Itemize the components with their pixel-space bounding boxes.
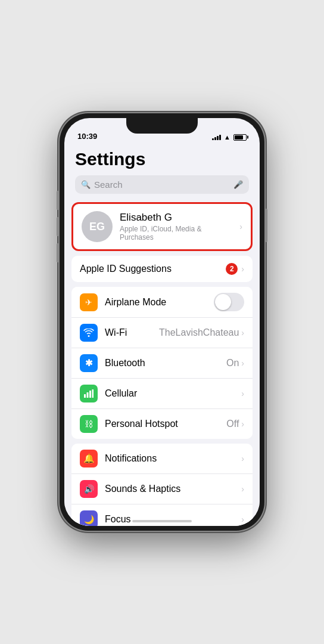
search-icon: 🔍 [81, 180, 91, 189]
wifi-icon [80, 324, 98, 342]
bluetooth-icon: ✱ [80, 354, 98, 372]
notifications-label: Notifications [105, 453, 241, 464]
bluetooth-label: Bluetooth [105, 358, 226, 369]
airplane-mode-row[interactable]: ✈ Airplane Mode [71, 287, 253, 318]
airplane-mode-toggle[interactable] [214, 293, 244, 311]
apple-id-suggestions-row[interactable]: Apple ID Suggestions 2 › [71, 256, 253, 282]
chevron-right-icon: › [241, 328, 244, 338]
airplane-mode-label: Airplane Mode [105, 297, 214, 308]
bluetooth-row[interactable]: ✱ Bluetooth On › [71, 348, 253, 379]
phone-frame: 10:39 ▲ Settings 🔍 [60, 113, 264, 531]
search-placeholder: Search [94, 179, 230, 190]
notifications-row[interactable]: 🔔 Notifications › [71, 444, 253, 474]
profile-row[interactable]: EG Elisabeth G Apple ID, iCloud, Media &… [71, 202, 253, 251]
battery-icon [233, 134, 247, 141]
signal-icon [212, 134, 221, 140]
notifications-icon: 🔔 [80, 450, 98, 467]
wifi-status-icon: ▲ [224, 134, 230, 141]
microphone-icon[interactable]: 🎤 [233, 180, 243, 189]
chevron-right-icon: › [239, 222, 242, 231]
phone-screen: 10:39 ▲ Settings 🔍 [64, 118, 260, 526]
svg-rect-3 [92, 389, 94, 398]
profile-subtitle: Apple ID, iCloud, Media & Purchases [120, 225, 232, 242]
search-bar[interactable]: 🔍 Search 🎤 [75, 175, 249, 194]
settings-header: Settings 🔍 Search 🎤 [64, 144, 260, 197]
sounds-haptics-row[interactable]: 🔊 Sounds & Haptics › [71, 474, 253, 504]
avatar-initials: EG [89, 221, 105, 233]
focus-label: Focus [105, 514, 241, 525]
profile-name: Elisabeth G [120, 212, 232, 224]
cellular-icon [80, 385, 98, 402]
bluetooth-value: On [226, 358, 239, 369]
personal-hotspot-value: Off [226, 419, 239, 429]
airplane-mode-icon: ✈ [80, 293, 98, 311]
home-indicator [132, 520, 192, 522]
focus-row[interactable]: 🌙 Focus › [71, 504, 253, 526]
chevron-right-icon: › [241, 264, 244, 274]
connectivity-group: ✈ Airplane Mode [71, 287, 253, 439]
cellular-row[interactable]: Cellular › [71, 379, 253, 409]
suggestions-badge: 2 [226, 263, 238, 275]
chevron-right-icon: › [241, 419, 244, 429]
personal-hotspot-icon: ⛓ [80, 415, 98, 433]
status-time: 10:39 [77, 132, 97, 141]
notch [126, 118, 198, 134]
wifi-label: Wi-Fi [105, 327, 159, 338]
wifi-row[interactable]: Wi-Fi TheLavishChateau › [71, 318, 253, 348]
chevron-right-icon: › [241, 358, 244, 368]
sounds-haptics-icon: 🔊 [80, 480, 98, 498]
focus-icon: 🌙 [80, 510, 98, 526]
sounds-haptics-label: Sounds & Haptics [105, 484, 241, 494]
svg-rect-1 [87, 392, 89, 398]
cellular-label: Cellular [105, 388, 241, 399]
suggestions-label: Apple ID Suggestions [80, 264, 226, 274]
svg-rect-2 [89, 391, 91, 398]
chevron-right-icon: › [241, 484, 244, 494]
chevron-right-icon: › [241, 515, 244, 524]
notifications-group: 🔔 Notifications › 🔊 Sounds & Haptics › [71, 444, 253, 526]
page-title: Settings [75, 149, 249, 169]
wifi-value: TheLavishChateau [159, 327, 239, 338]
status-icons: ▲ [212, 134, 247, 141]
screen-content: Settings 🔍 Search 🎤 EG Elisabeth G Apple… [64, 144, 260, 526]
personal-hotspot-label: Personal Hotspot [105, 419, 226, 429]
svg-rect-0 [84, 394, 86, 398]
chevron-right-icon: › [241, 454, 244, 463]
personal-hotspot-row[interactable]: ⛓ Personal Hotspot Off › [71, 409, 253, 439]
chevron-right-icon: › [241, 389, 244, 398]
profile-info: Elisabeth G Apple ID, iCloud, Media & Pu… [120, 212, 232, 242]
avatar: EG [82, 211, 113, 242]
